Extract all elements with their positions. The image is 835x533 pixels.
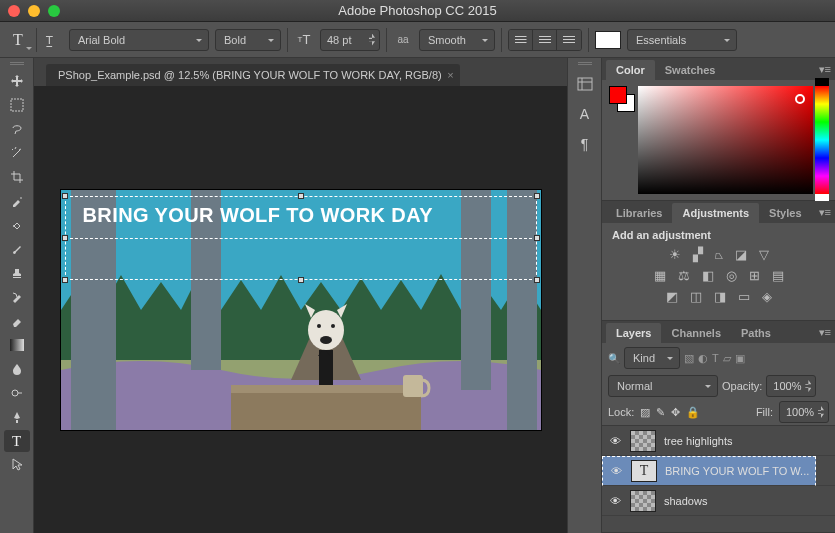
- color-spectrum[interactable]: [638, 86, 813, 194]
- svg-point-2: [13, 225, 15, 227]
- align-center-button[interactable]: [533, 30, 557, 50]
- font-size-value: 48 pt: [327, 34, 351, 46]
- lock-transparent-icon[interactable]: ▨: [640, 406, 650, 419]
- filter-adj-icon[interactable]: ◐: [698, 352, 708, 365]
- channels-tab[interactable]: Channels: [661, 323, 731, 343]
- canvas-text-layer[interactable]: BRING YOUR WOLF TO WORK DAY: [83, 204, 433, 227]
- lasso-tool[interactable]: [4, 118, 30, 140]
- lock-label: Lock:: [608, 406, 634, 418]
- filter-type-icon[interactable]: T: [712, 352, 719, 364]
- filter-kind-dropdown[interactable]: Kind: [624, 347, 680, 369]
- brightness-adj-icon[interactable]: ☀: [669, 247, 681, 262]
- svg-rect-10: [231, 390, 421, 430]
- align-right-button[interactable]: [557, 30, 581, 50]
- gradient-map-adj-icon[interactable]: ▭: [738, 289, 750, 304]
- workspace-switcher[interactable]: Essentials: [627, 29, 737, 51]
- hue-slider[interactable]: [815, 86, 829, 194]
- panel-menu-icon[interactable]: ▾≡: [819, 63, 831, 76]
- layer-name[interactable]: shadows: [664, 495, 829, 507]
- vibrance-adj-icon[interactable]: ▽: [759, 247, 769, 262]
- character-panel-icon[interactable]: A: [572, 102, 598, 126]
- swatches-tab[interactable]: Swatches: [655, 60, 726, 80]
- path-selection-tool[interactable]: [4, 454, 30, 476]
- font-weight-dropdown[interactable]: Bold: [215, 29, 281, 51]
- type-tool[interactable]: T: [4, 430, 30, 452]
- filter-smart-icon[interactable]: ▣: [735, 352, 745, 365]
- history-brush-tool[interactable]: [4, 286, 30, 308]
- font-size-icon: TT: [294, 30, 314, 50]
- filter-shape-icon[interactable]: ▱: [723, 352, 731, 365]
- eyedropper-tool[interactable]: [4, 190, 30, 212]
- font-family-dropdown[interactable]: Arial Bold: [69, 29, 209, 51]
- fill-field[interactable]: 100%: [779, 401, 829, 423]
- eraser-tool[interactable]: [4, 310, 30, 332]
- levels-adj-icon[interactable]: ▞: [693, 247, 703, 262]
- exposure-adj-icon[interactable]: ◪: [735, 247, 747, 262]
- visibility-toggle-icon[interactable]: 👁: [608, 435, 622, 447]
- antialias-label: aa: [393, 30, 413, 50]
- gradient-tool[interactable]: [4, 334, 30, 356]
- tools-panel: T: [0, 58, 34, 533]
- opacity-field[interactable]: 100%: [766, 375, 816, 397]
- spectrum-cursor[interactable]: [795, 94, 805, 104]
- layer-row[interactable]: 👁shadows: [602, 486, 835, 516]
- text-color-swatch[interactable]: [595, 31, 621, 49]
- layers-tab[interactable]: Layers: [606, 323, 661, 343]
- layer-row[interactable]: 👁tree highlights: [602, 426, 835, 456]
- photo-filter-adj-icon[interactable]: ◎: [726, 268, 737, 283]
- options-bar: T T̲ Arial Bold Bold TT 48 pt aa Smooth …: [0, 22, 835, 58]
- visibility-toggle-icon[interactable]: 👁: [608, 495, 622, 507]
- wand-tool[interactable]: [4, 142, 30, 164]
- lock-position-icon[interactable]: ✥: [671, 406, 680, 419]
- visibility-toggle-icon[interactable]: 👁: [608, 465, 622, 477]
- blur-tool[interactable]: [4, 358, 30, 380]
- canvas[interactable]: BRING YOUR WOLF TO WORK DAY: [61, 190, 541, 430]
- document-tab[interactable]: PShop_Example.psd @ 12.5% (BRING YOUR WO…: [46, 64, 460, 86]
- lock-paint-icon[interactable]: ✎: [656, 406, 665, 419]
- panel-grip[interactable]: [578, 62, 592, 66]
- move-tool[interactable]: [4, 70, 30, 92]
- crop-tool[interactable]: [4, 166, 30, 188]
- align-left-button[interactable]: [509, 30, 533, 50]
- layers-panel: Layers Channels Paths ▾≡ 🔍 Kind ▧ ◐ T ▱ …: [602, 321, 835, 533]
- paths-tab[interactable]: Paths: [731, 323, 781, 343]
- heal-tool[interactable]: [4, 214, 30, 236]
- marquee-tool[interactable]: [4, 94, 30, 116]
- threshold-adj-icon[interactable]: ◨: [714, 289, 726, 304]
- layer-name[interactable]: tree highlights: [664, 435, 829, 447]
- foreground-background-swatch[interactable]: [609, 86, 635, 112]
- layer-name[interactable]: colors: [664, 465, 829, 477]
- selective-adj-icon[interactable]: ◈: [762, 289, 772, 304]
- stamp-tool[interactable]: [4, 262, 30, 284]
- hue-adj-icon[interactable]: ▦: [654, 268, 666, 283]
- lookup-adj-icon[interactable]: ▤: [772, 268, 784, 283]
- styles-tab[interactable]: Styles: [759, 203, 811, 223]
- history-panel-icon[interactable]: [572, 72, 598, 96]
- toggle-orientation-icon[interactable]: T̲: [43, 30, 63, 50]
- invert-adj-icon[interactable]: ◩: [666, 289, 678, 304]
- adjustments-label: Add an adjustment: [612, 229, 825, 241]
- active-tool-indicator[interactable]: T: [6, 28, 30, 52]
- pen-tool[interactable]: [4, 406, 30, 428]
- blend-mode-dropdown[interactable]: Normal: [608, 375, 718, 397]
- panel-menu-icon[interactable]: ▾≡: [819, 326, 831, 339]
- color-tab[interactable]: Color: [606, 60, 655, 80]
- brush-tool[interactable]: [4, 238, 30, 260]
- posterize-adj-icon[interactable]: ◫: [690, 289, 702, 304]
- antialias-dropdown[interactable]: Smooth: [419, 29, 495, 51]
- balance-adj-icon[interactable]: ⚖: [678, 268, 690, 283]
- canvas-area[interactable]: BRING YOUR WOLF TO WORK DAY: [34, 86, 567, 533]
- libraries-tab[interactable]: Libraries: [606, 203, 672, 223]
- filter-pixel-icon[interactable]: ▧: [684, 352, 694, 365]
- lock-all-icon[interactable]: 🔒: [686, 406, 700, 419]
- font-size-field[interactable]: 48 pt: [320, 29, 380, 51]
- curves-adj-icon[interactable]: ⏢: [715, 247, 723, 262]
- panel-grip[interactable]: [10, 62, 24, 66]
- adjustments-tab[interactable]: Adjustments: [672, 203, 759, 223]
- panel-menu-icon[interactable]: ▾≡: [819, 206, 831, 219]
- dodge-tool[interactable]: [4, 382, 30, 404]
- paragraph-panel-icon[interactable]: ¶: [572, 132, 598, 156]
- layer-row[interactable]: 👁colors: [602, 456, 835, 486]
- bw-adj-icon[interactable]: ◧: [702, 268, 714, 283]
- mixer-adj-icon[interactable]: ⊞: [749, 268, 760, 283]
